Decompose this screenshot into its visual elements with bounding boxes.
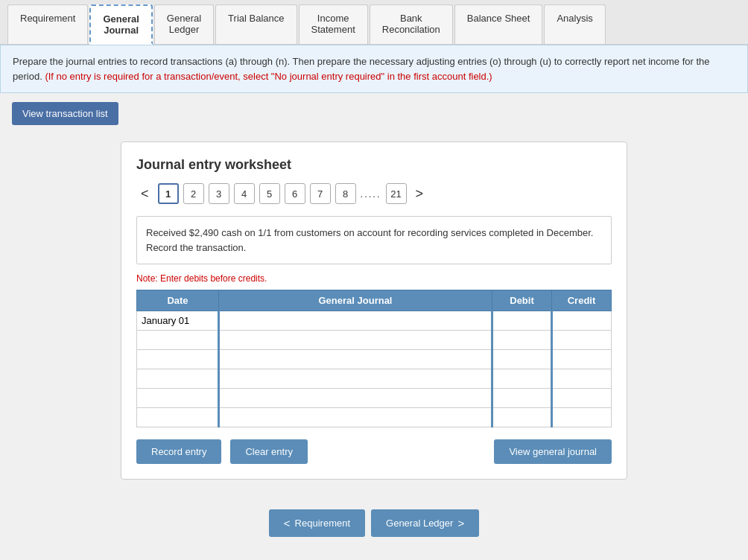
debit-cell-1 — [492, 311, 552, 331]
bottom-nav: < Requirement General Ledger > — [0, 494, 748, 552]
debit-cell-3 — [492, 350, 552, 369]
tab-general-ledger[interactable]: GeneralLedger — [154, 4, 214, 44]
table-row — [137, 389, 612, 408]
next-page-button[interactable]: > — [411, 185, 428, 203]
tab-requirement[interactable]: Requirement — [7, 4, 88, 44]
prev-nav-button[interactable]: < Requirement — [269, 509, 365, 537]
debit-input-2[interactable] — [493, 331, 551, 349]
header-date: Date — [137, 290, 219, 311]
date-input-1[interactable] — [137, 311, 218, 330]
tab-trial-balance[interactable]: Trial Balance — [215, 4, 297, 44]
table-row — [137, 311, 612, 331]
credit-cell-3 — [552, 350, 612, 369]
tab-income-statement[interactable]: IncomeStatement — [299, 4, 368, 44]
tab-analysis[interactable]: Analysis — [544, 4, 605, 44]
top-tabs-container: Requirement GeneralJournal GeneralLedger… — [0, 0, 748, 45]
page-4[interactable]: 4 — [234, 183, 255, 204]
transaction-description: Received $2,490 cash on 1/1 from custome… — [136, 216, 612, 264]
page-5[interactable]: 5 — [259, 183, 280, 204]
action-buttons: Record entry Clear entry View general jo… — [136, 439, 612, 464]
tab-bank-reconciliation[interactable]: BankReconcilation — [370, 4, 453, 44]
journal-input-1[interactable] — [220, 311, 491, 330]
clear-entry-button[interactable]: Clear entry — [230, 439, 308, 464]
journal-cell-3 — [219, 350, 492, 369]
debit-input-6[interactable] — [493, 408, 551, 427]
date-cell-3 — [137, 350, 219, 369]
header-debit: Debit — [492, 290, 552, 311]
credit-input-1[interactable] — [553, 311, 611, 330]
debit-cell-2 — [492, 331, 552, 350]
record-entry-button[interactable]: Record entry — [136, 439, 221, 464]
credit-cell-5 — [552, 389, 612, 408]
page-3[interactable]: 3 — [209, 183, 229, 204]
date-input-2[interactable] — [137, 331, 218, 349]
table-row — [137, 408, 612, 427]
journal-input-3[interactable] — [220, 350, 491, 369]
journal-cell-2 — [219, 331, 492, 350]
page-2[interactable]: 2 — [183, 183, 204, 204]
journal-input-2[interactable] — [220, 331, 491, 349]
credit-input-2[interactable] — [553, 331, 611, 349]
debit-cell-4 — [492, 369, 552, 389]
prev-page-button[interactable]: < — [136, 185, 153, 203]
next-arrow-icon: > — [457, 517, 464, 529]
page-7[interactable]: 7 — [310, 183, 331, 204]
date-cell-1 — [137, 311, 219, 331]
credit-input-4[interactable] — [553, 369, 611, 388]
journal-cell-6 — [219, 408, 492, 427]
journal-input-6[interactable] — [220, 408, 491, 427]
debit-input-4[interactable] — [493, 369, 551, 388]
date-cell-6 — [137, 408, 219, 427]
debit-cell-5 — [492, 389, 552, 408]
credit-cell-1 — [552, 311, 612, 331]
date-cell-4 — [137, 369, 219, 389]
date-input-5[interactable] — [137, 389, 218, 407]
credit-cell-2 — [552, 331, 612, 350]
info-box: Prepare the journal entries to record tr… — [0, 45, 748, 93]
credit-cell-4 — [552, 369, 612, 389]
credit-input-5[interactable] — [553, 389, 611, 407]
journal-input-5[interactable] — [220, 389, 491, 407]
header-credit: Credit — [552, 290, 612, 311]
date-input-6[interactable] — [137, 408, 218, 427]
date-cell-5 — [137, 389, 219, 408]
page-6[interactable]: 6 — [285, 183, 305, 204]
date-input-3[interactable] — [137, 350, 218, 369]
next-nav-label: General Ledger — [386, 518, 453, 529]
worksheet-card: Journal entry worksheet < 1 2 3 4 5 6 7 … — [121, 141, 627, 480]
debit-input-3[interactable] — [493, 350, 551, 369]
tab-general-journal[interactable]: GeneralJournal — [89, 4, 152, 45]
view-general-journal-button[interactable]: View general journal — [494, 439, 612, 464]
journal-input-4[interactable] — [220, 369, 491, 388]
worksheet-title: Journal entry worksheet — [136, 157, 612, 173]
view-transaction-button[interactable]: View transaction list — [12, 102, 118, 125]
page-1[interactable]: 1 — [158, 183, 179, 204]
date-input-4[interactable] — [137, 369, 218, 388]
journal-cell-5 — [219, 389, 492, 408]
pagination: < 1 2 3 4 5 6 7 8 ..... 21 > — [136, 183, 612, 204]
credit-input-3[interactable] — [553, 350, 611, 369]
header-journal: General Journal — [219, 290, 492, 311]
debit-input-1[interactable] — [493, 311, 551, 330]
journal-cell-1 — [219, 311, 492, 331]
credit-input-6[interactable] — [553, 408, 611, 427]
page-21[interactable]: 21 — [386, 183, 407, 204]
page-ellipsis: ..... — [361, 188, 381, 200]
page-8[interactable]: 8 — [335, 183, 356, 204]
tab-balance-sheet[interactable]: Balance Sheet — [454, 4, 543, 44]
journal-table: Date General Journal Debit Credit — [136, 290, 612, 427]
main-content: Journal entry worksheet < 1 2 3 4 5 6 7 … — [0, 134, 748, 494]
prev-arrow-icon: < — [284, 517, 291, 529]
journal-cell-4 — [219, 369, 492, 389]
prev-nav-label: Requirement — [295, 518, 350, 529]
table-row — [137, 331, 612, 350]
debit-cell-6 — [492, 408, 552, 427]
note-text: Note: Enter debits before credits. — [136, 273, 612, 284]
table-row — [137, 369, 612, 389]
info-red-text: (If no entry is required for a transacti… — [45, 71, 492, 82]
date-cell-2 — [137, 331, 219, 350]
next-nav-button[interactable]: General Ledger > — [371, 509, 479, 537]
credit-cell-6 — [552, 408, 612, 427]
debit-input-5[interactable] — [493, 389, 551, 407]
table-row — [137, 350, 612, 369]
